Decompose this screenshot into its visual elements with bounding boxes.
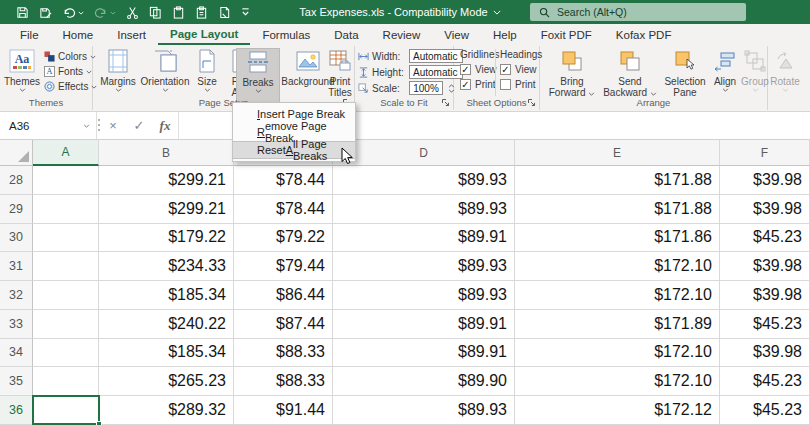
redo-icon[interactable] (94, 6, 116, 19)
tab-review[interactable]: Review (371, 24, 433, 45)
grid-cell[interactable] (33, 224, 99, 253)
grid-cell[interactable]: $86.44 (234, 281, 333, 310)
save-icon[interactable] (16, 6, 29, 19)
grid-cell[interactable] (33, 367, 99, 396)
tab-data[interactable]: Data (322, 24, 370, 45)
search-input[interactable]: Search (Alt+Q) (530, 3, 746, 21)
grid-cell[interactable]: $171.88 (515, 166, 720, 195)
grid-cell[interactable]: $45.23 (720, 367, 810, 396)
grid-cell[interactable]: $91.44 (234, 396, 333, 425)
copy-icon[interactable] (149, 6, 162, 19)
grid-cell[interactable]: $89.91 (333, 339, 515, 368)
grid-cell[interactable]: $171.86 (515, 224, 720, 253)
row-header[interactable]: 32 (0, 281, 33, 310)
grid-cell[interactable] (33, 195, 99, 224)
grid-cell[interactable]: $89.91 (333, 310, 515, 339)
grid-cell[interactable] (33, 281, 99, 310)
row-header[interactable]: 35 (0, 367, 33, 396)
rotate-button[interactable]: Rotate (770, 48, 800, 92)
grid-cell[interactable]: $79.22 (234, 224, 333, 253)
grid-cell[interactable]: $88.33 (234, 367, 333, 396)
paste-special-icon[interactable] (195, 6, 208, 19)
fonts-button[interactable]: A Fonts (44, 64, 97, 79)
grid-cell[interactable] (33, 339, 99, 368)
grid-cell[interactable]: $89.91 (333, 224, 515, 253)
tab-kofax-pdf[interactable]: Kofax PDF (604, 24, 684, 45)
cut-icon[interactable] (126, 6, 139, 19)
select-all-corner[interactable] (0, 140, 33, 166)
colors-button[interactable]: Colors (44, 49, 97, 64)
grid-cell[interactable]: $39.98 (720, 339, 810, 368)
grid-cell[interactable]: $172.12 (515, 396, 720, 425)
column-header-d[interactable]: D (333, 140, 515, 166)
row-header[interactable]: 28 (0, 166, 33, 195)
grid-cell[interactable]: $234.33 (99, 252, 234, 281)
tab-home[interactable]: Home (51, 24, 106, 45)
selection-pane-button[interactable]: Selection Pane (660, 48, 710, 98)
sheet-options-dialog-launcher[interactable] (527, 98, 536, 107)
column-header-f[interactable]: F (720, 140, 810, 166)
orientation-button[interactable]: Orientation (141, 48, 189, 92)
grid-cell[interactable]: $78.44 (234, 166, 333, 195)
grid-cell[interactable]: $240.22 (99, 310, 234, 339)
gridlines-view-checkbox[interactable]: ✓ View (460, 64, 499, 75)
grid-cell[interactable]: $299.21 (99, 195, 234, 224)
scale-to-fit-dialog-launcher[interactable] (441, 98, 450, 107)
bring-forward-button[interactable]: Bring Forward (546, 48, 598, 98)
align-button[interactable]: Align (712, 48, 738, 92)
grid-cell[interactable]: $89.93 (333, 396, 515, 425)
paste-icon[interactable] (172, 6, 185, 19)
fill-handle[interactable] (96, 421, 102, 425)
grid-cell[interactable]: $265.23 (99, 367, 234, 396)
grid-cell[interactable]: $79.44 (234, 252, 333, 281)
grid-cell[interactable]: $89.93 (333, 252, 515, 281)
grid-cell[interactable]: $45.23 (720, 224, 810, 253)
send-backward-button[interactable]: Send Backward (602, 48, 658, 98)
grid-cell[interactable]: $39.98 (720, 195, 810, 224)
themes-button[interactable]: Aa Themes (4, 48, 40, 92)
tab-page-layout[interactable]: Page Layout (158, 24, 250, 45)
grid-cell[interactable] (33, 252, 99, 281)
name-box[interactable]: A36 (0, 112, 97, 139)
save-as-icon[interactable] (39, 6, 52, 19)
grid-cell[interactable]: $89.90 (333, 367, 515, 396)
grid-cell[interactable]: $172.10 (515, 339, 720, 368)
headings-view-checkbox[interactable]: ✓ View (500, 64, 542, 75)
headings-print-checkbox[interactable]: Print (500, 79, 542, 90)
group-button[interactable]: Group (740, 48, 770, 92)
grid-cell[interactable] (33, 310, 99, 339)
enter-button[interactable]: ✓ (126, 112, 152, 139)
cancel-button[interactable]: × (100, 112, 126, 139)
grid-cell[interactable]: $89.93 (333, 195, 515, 224)
row-header[interactable]: 29 (0, 195, 33, 224)
grid-cell[interactable]: $78.44 (234, 195, 333, 224)
tab-formulas[interactable]: Formulas (250, 24, 322, 45)
row-header[interactable]: 34 (0, 339, 33, 368)
grid-cell[interactable]: $185.34 (99, 339, 234, 368)
tab-view[interactable]: View (432, 24, 481, 45)
effects-button[interactable]: Effects (44, 79, 97, 94)
grid-cell[interactable]: $171.88 (515, 195, 720, 224)
grid-cell[interactable]: $39.98 (720, 281, 810, 310)
column-header-b[interactable]: B (99, 140, 234, 166)
grid-cell[interactable]: $39.98 (720, 166, 810, 195)
grid-cell[interactable]: $172.10 (515, 367, 720, 396)
grid-cell[interactable]: $45.23 (720, 310, 810, 339)
grid-cell[interactable]: $172.10 (515, 252, 720, 281)
margins-button[interactable]: Margins (98, 48, 138, 92)
customize-qat-icon[interactable] (241, 7, 250, 17)
row-header-active[interactable]: 36 (0, 396, 33, 425)
grid-cell[interactable]: $45.23 (720, 396, 810, 425)
grid-cell[interactable]: $299.21 (99, 166, 234, 195)
column-header-a[interactable]: A (33, 140, 99, 166)
grid-cell[interactable] (33, 166, 99, 195)
scale-input[interactable]: 100% (409, 81, 443, 95)
insert-function-button[interactable]: fx (152, 112, 178, 139)
grid-cell[interactable]: $87.44 (234, 310, 333, 339)
column-header-e[interactable]: E (515, 140, 720, 166)
grid-cell[interactable]: $39.98 (720, 252, 810, 281)
grid-cell[interactable]: $89.93 (333, 281, 515, 310)
tab-insert[interactable]: Insert (105, 24, 158, 45)
grid-cell[interactable]: $185.34 (99, 281, 234, 310)
menu-item-reset-all-page-breaks[interactable]: Reset All Page Breaks (233, 141, 355, 159)
